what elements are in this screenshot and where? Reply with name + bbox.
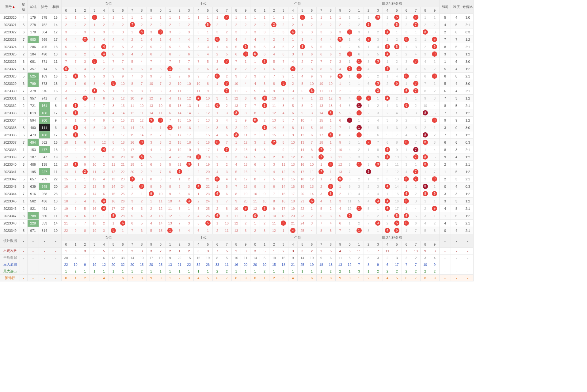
ball-dist: 3 — [375, 162, 380, 167]
table-row: 2023324128649518551445532525555314595535… — [0, 43, 587, 51]
ball-t: 3 — [186, 162, 192, 167]
ball-dist: 5 — [394, 44, 399, 49]
ball-dist: 7 — [413, 147, 418, 152]
ball-dist: 8 — [423, 140, 428, 145]
table-row: 2023340340613812131910211211916652131193… — [0, 161, 587, 168]
ball-h: 3 — [92, 59, 97, 64]
ball-dist: 8 — [423, 162, 428, 167]
digit-3: 3 — [279, 7, 288, 14]
ball-t: 6 — [215, 37, 220, 42]
digit-4: 4 — [99, 7, 109, 14]
ball-u: 8 — [328, 184, 333, 189]
col-period[interactable]: 期号 — [0, 0, 20, 14]
ball-dist: 8 — [423, 184, 428, 189]
table-row: 2023320417937515111311111111111117111111… — [0, 14, 587, 21]
ball-dist: 5 — [394, 221, 399, 226]
ball-dist: 1 — [356, 96, 362, 101]
ball-dist: 9 — [432, 44, 437, 49]
ball-u: 6 — [309, 88, 314, 93]
table-row: 2023321527875214222122272222222521222222… — [0, 21, 587, 28]
ball-dist: 4 — [385, 206, 390, 211]
ball-dist: 7 — [413, 176, 418, 182]
ball-dist: 1 — [356, 206, 362, 211]
table-row: 2023345156243613185415416263211110432241… — [0, 198, 587, 205]
ball-h: 1 — [73, 110, 78, 115]
digit-8: 8 — [137, 7, 147, 14]
ball-t: 9 — [243, 51, 248, 57]
ball-dist: 0 — [347, 29, 352, 35]
ball-t: 4 — [196, 184, 201, 189]
ball-dist: 4 — [385, 184, 390, 189]
ball-h: 1 — [73, 162, 78, 167]
stat-row: 出现次数----16335312332212337523351233225451… — [0, 248, 587, 254]
ball-u: 8 — [328, 132, 333, 138]
stat-row: 预选行----012345678901234567890123456789012… — [0, 275, 587, 281]
ball-dist: 6 — [404, 88, 409, 93]
stat-row: 最大遗漏----22109191220322015202513212232263… — [0, 261, 587, 268]
digit-7: 7 — [411, 7, 421, 14]
digit-5: 5 — [392, 7, 402, 14]
table-row: 2023327435701450841288658518886418221684… — [0, 65, 587, 73]
ball-t: 6 — [215, 74, 220, 79]
ball-t: 5 — [205, 22, 211, 27]
col-sum: 和值 — [50, 0, 61, 14]
table-row: 2023338115347718112784919171443191971717… — [0, 146, 587, 153]
ball-dist: 1 — [356, 125, 362, 130]
table-row: 2023343663984820163213514241899823422157… — [0, 183, 587, 190]
ball-t: 0 — [158, 29, 163, 35]
ball-t: 7 — [224, 15, 229, 20]
ball-dist: 8 — [423, 29, 428, 35]
ball-dist: 3 — [375, 15, 380, 20]
ball-dist: 1 — [356, 228, 362, 233]
ball-dist: 2 — [366, 96, 371, 101]
ball-dist: 7 — [413, 169, 418, 174]
ball-h: 5 — [111, 213, 116, 218]
ball-dist: 8 — [423, 110, 428, 115]
digit-8: 8 — [231, 7, 241, 14]
ball-t: 6 — [215, 103, 220, 108]
table-header: 期号 星期 试机 奖号 和值 百位 十位 个位 组选号码分布 和尾 跨度 奇偶比… — [0, 0, 587, 14]
ball-t: 4 — [196, 154, 201, 160]
digit-6: 6 — [307, 7, 317, 14]
col-tens: 十位 — [156, 0, 250, 7]
digit-0: 0 — [61, 7, 71, 14]
ball-dist: 5 — [394, 22, 399, 27]
ball-h: 4 — [101, 206, 106, 211]
ball-h: 8 — [139, 184, 144, 189]
digit-3: 3 — [90, 7, 99, 14]
ball-dist: 2 — [366, 37, 371, 42]
ball-u: 1 — [262, 125, 267, 130]
ball-dist: 8 — [423, 132, 428, 138]
ball-dist: 4 — [385, 96, 390, 101]
ball-u: 0 — [253, 51, 258, 57]
ball-h: 4 — [101, 51, 106, 57]
table-row: 2023339218784719123891102018855420204182… — [0, 153, 587, 161]
ball-t: 8 — [234, 110, 239, 115]
ball-h: 7 — [130, 176, 135, 182]
ball-u: 9 — [337, 37, 343, 42]
table-row: 2023323790026917442344421414444263444424… — [0, 36, 587, 43]
table-row: 2023349597151410229819351765151846121113… — [0, 227, 587, 234]
ball-dist: 2 — [366, 169, 371, 174]
digit-5: 5 — [203, 7, 213, 14]
ball-t: 1 — [167, 125, 173, 130]
ball-dist: 6 — [404, 103, 409, 108]
col-units: 个位 — [250, 0, 345, 7]
digit-4: 4 — [383, 7, 392, 14]
sort-icon[interactable] — [12, 5, 15, 9]
ball-dist: 6 — [404, 74, 409, 79]
ball-dist: 4 — [385, 51, 390, 57]
col-test: 试机 — [27, 0, 39, 14]
ball-h: 2 — [82, 169, 88, 174]
ball-dist: 4 — [385, 147, 390, 152]
table-row: 2023332272116185112731311101310513131116… — [0, 102, 587, 109]
ball-h: 3 — [92, 15, 97, 20]
digit-4: 4 — [288, 7, 298, 14]
digit-1: 1 — [260, 7, 269, 14]
ball-h: 5 — [111, 81, 116, 86]
ball-dist: 6 — [404, 213, 409, 218]
col-hundreds: 百位 — [61, 0, 156, 7]
ball-u: 2 — [271, 22, 276, 27]
ball-t: 7 — [224, 81, 229, 86]
ball-dist: 6 — [404, 191, 409, 196]
